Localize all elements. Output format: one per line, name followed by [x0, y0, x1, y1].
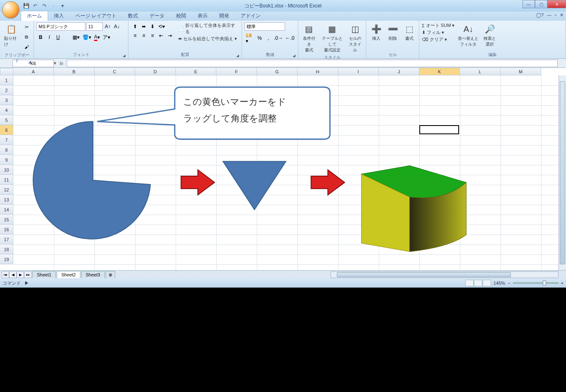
italic-button[interactable]: I	[45, 33, 53, 41]
row-header[interactable]: 1	[0, 75, 13, 85]
undo-icon[interactable]: ↶	[32, 2, 39, 9]
prev-sheet-icon[interactable]: ◀	[9, 271, 17, 278]
align-bottom-icon[interactable]: ⬇	[148, 22, 157, 31]
tab-data[interactable]: データ	[144, 11, 170, 21]
horizontal-scrollbar[interactable]	[331, 271, 559, 278]
new-icon[interactable]: ▾	[59, 2, 66, 9]
close-workbook-icon[interactable]: ✕	[560, 12, 564, 18]
active-cell[interactable]	[419, 125, 459, 134]
wrap-text-button[interactable]: 📄 折り返して全体を表示する	[178, 22, 239, 35]
last-sheet-icon[interactable]: ⏭	[24, 271, 31, 278]
row-header[interactable]: 5	[0, 115, 13, 125]
zoom-slider[interactable]	[513, 282, 559, 284]
column-header[interactable]: I	[338, 68, 379, 75]
format-cells-button[interactable]: ⬚書式	[402, 22, 417, 42]
percent-icon[interactable]: %	[256, 34, 264, 42]
vertical-scrollbar[interactable]	[559, 75, 566, 270]
tab-formulas[interactable]: 数式	[122, 11, 144, 21]
tab-view[interactable]: 表示	[192, 11, 213, 21]
tab-page-layout[interactable]: ページ レイアウト	[70, 11, 122, 21]
phonetic-button[interactable]: ア▾	[102, 33, 111, 41]
column-header[interactable]: J	[379, 68, 419, 75]
column-header[interactable]: E	[176, 68, 216, 75]
maximize-button[interactable]: ▢	[535, 0, 547, 8]
fill-button[interactable]: ⬇ フィル ▾	[422, 29, 455, 36]
row-header[interactable]: 14	[0, 205, 13, 215]
macro-record-icon[interactable]: ▶	[24, 281, 29, 286]
font-color-button[interactable]: A▾	[93, 33, 101, 41]
column-header[interactable]: A	[13, 68, 54, 75]
column-header[interactable]: L	[460, 68, 501, 75]
column-header[interactable]: M	[501, 68, 541, 75]
bold-button[interactable]: B	[36, 33, 45, 41]
sheet-tab-1[interactable]: Sheet1	[32, 271, 56, 278]
indent-increase-icon[interactable]: ⇥	[166, 31, 174, 40]
decrease-decimal-icon[interactable]: ←.0	[284, 34, 295, 42]
autosum-button[interactable]: Σ オート SUM ▾	[422, 22, 455, 29]
name-box-dropdown-icon[interactable]: ▾	[54, 60, 56, 66]
column-header[interactable]: D	[135, 68, 176, 75]
column-header[interactable]: B	[54, 68, 94, 75]
select-all-corner[interactable]	[0, 68, 13, 75]
format-painter-icon[interactable]: 🖌	[22, 42, 31, 51]
minimize-button[interactable]: —	[522, 0, 535, 8]
row-headers[interactable]: 12345678910111213141516171819	[0, 75, 13, 264]
office-button[interactable]	[2, 1, 19, 19]
cell-grid[interactable]: この黄色いマーカーをド ラッグして角度を調整	[13, 75, 559, 270]
column-header[interactable]: F	[216, 68, 257, 75]
sort-filter-button[interactable]: A↓並べ替えと フィルタ	[456, 22, 480, 48]
border-button[interactable]: ▦▾	[71, 33, 81, 41]
merge-center-button[interactable]: ⬌ セルを結合して中央揃え ▾	[178, 36, 239, 42]
fill-color-button[interactable]: 🪣▾	[81, 33, 92, 41]
column-headers[interactable]: ABCDEFGHIJKLM	[13, 68, 541, 75]
column-header[interactable]: C	[94, 68, 135, 75]
column-header[interactable]: H	[298, 68, 338, 75]
first-sheet-icon[interactable]: ⏮	[2, 271, 9, 278]
row-header[interactable]: 11	[0, 175, 13, 185]
delete-cells-button[interactable]: ➖削除	[385, 22, 400, 42]
font-size-combo[interactable]	[86, 22, 103, 31]
row-header[interactable]: 12	[0, 185, 13, 195]
increase-decimal-icon[interactable]: .0→	[273, 34, 284, 42]
normal-view-icon[interactable]	[465, 280, 474, 286]
insert-cells-button[interactable]: ➕挿入	[369, 22, 384, 42]
align-right-icon[interactable]: ≡	[148, 31, 157, 40]
row-header[interactable]: 10	[0, 165, 13, 175]
save-icon[interactable]: 💾	[23, 2, 29, 9]
grow-font-icon[interactable]: A↑	[104, 22, 112, 31]
close-button[interactable]: ✕	[547, 0, 566, 8]
page-layout-view-icon[interactable]	[474, 280, 482, 286]
indent-decrease-icon[interactable]: ⇤	[157, 31, 165, 40]
row-header[interactable]: 19	[0, 254, 13, 264]
help-icon[interactable]: ◯?	[536, 12, 544, 18]
row-header[interactable]: 3	[0, 95, 13, 105]
row-header[interactable]: 8	[0, 145, 13, 155]
new-sheet-icon[interactable]: ⊕	[106, 271, 115, 278]
dialog-launcher-icon[interactable]: ◢	[28, 60, 31, 64]
row-header[interactable]: 7	[0, 135, 13, 145]
sheet-tab-3[interactable]: Sheet3	[81, 271, 105, 278]
row-header[interactable]: 13	[0, 195, 13, 205]
column-header[interactable]: K	[419, 68, 460, 75]
cell-styles-button[interactable]: ◫セルの スタイル	[347, 22, 363, 54]
sheet-tab-2[interactable]: Sheet2	[57, 271, 80, 278]
column-header[interactable]: G	[257, 68, 298, 75]
row-header[interactable]: 16	[0, 225, 13, 235]
tab-home[interactable]: ホーム	[21, 11, 48, 21]
minimize-ribbon-icon[interactable]: —	[547, 12, 551, 18]
row-header[interactable]: 4	[0, 105, 13, 115]
tab-developer[interactable]: 開発	[213, 11, 235, 21]
font-name-combo[interactable]	[36, 22, 85, 31]
zoom-in-icon[interactable]: +	[561, 281, 564, 286]
redo-icon[interactable]: ↷	[41, 2, 48, 9]
comma-icon[interactable]: ,	[264, 34, 273, 42]
copy-icon[interactable]: ⧉	[22, 32, 31, 41]
shrink-font-icon[interactable]: A↓	[113, 22, 121, 31]
row-header[interactable]: 15	[0, 215, 13, 225]
row-header[interactable]: 18	[0, 244, 13, 254]
next-sheet-icon[interactable]: ▶	[17, 271, 24, 278]
tab-review[interactable]: 校閲	[170, 11, 192, 21]
dialog-launcher-icon[interactable]: ◢	[123, 53, 126, 58]
tab-addin[interactable]: アドイン	[235, 11, 266, 21]
conditional-format-button[interactable]: ▤条件付き 書式	[301, 22, 317, 54]
